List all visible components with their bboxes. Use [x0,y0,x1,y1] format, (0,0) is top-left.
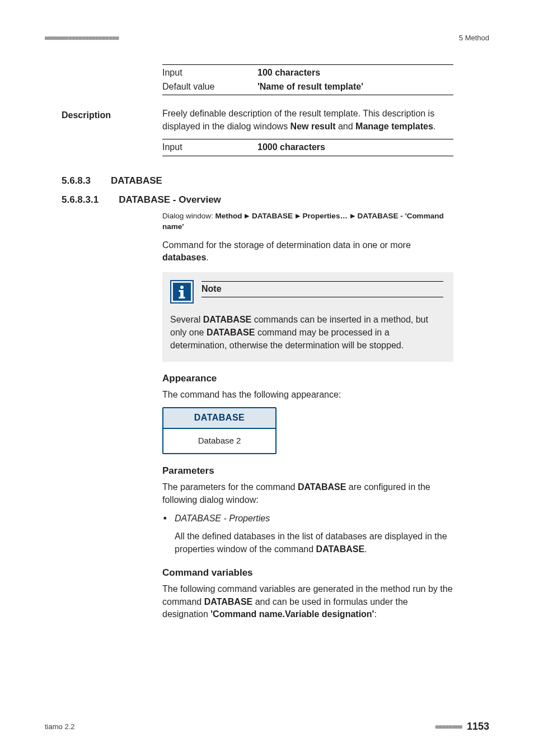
database-command-card: DATABASE Database 2 [162,407,277,454]
input-label: Input [162,67,257,80]
input-value: 100 characters [257,67,453,80]
command-variables-body: The following command variables are gene… [162,583,453,621]
breadcrumb-sep-icon: ▶ [350,212,355,219]
command-variables-heading: Command variables [162,566,453,580]
footer-ornament: ■■■■■■■■ [435,724,462,730]
command-description-text: Command for the storage of determination… [162,239,453,264]
section-number: 5.6.8.3.1 [62,193,99,207]
note-callout: Note Several DATABASE commands can be in… [162,272,453,362]
section-number: 5.6.8.3 [62,174,91,188]
svg-point-2 [180,286,184,289]
parameters-list: DATABASE - Properties [162,512,453,525]
page-footer: tiamo 2.2 ■■■■■■■■ 1153 [45,721,489,732]
breadcrumb-sep-icon: ▶ [295,212,301,219]
param-item-title: DATABASE - Properties [175,514,270,523]
svg-rect-5 [179,297,185,298]
parameters-heading: Parameters [162,464,453,478]
input-defaults-table: Input 100 characters Default value 'Name… [162,64,453,95]
section-title: DATABASE - Overview [119,193,453,207]
database-card-body: Database 2 [163,429,275,453]
section-heading-5-6-8-3-1: 5.6.8.3.1 DATABASE - Overview [62,193,453,207]
description-side-heading: Description [62,110,111,120]
dialog-window-breadcrumb: Dialog window: Method ▶ DATABASE ▶ Prope… [162,211,453,232]
page-header: ■■■■■■■■■■■■■■■■■■■■■■ 5 Method [45,34,489,42]
table-row: Input 1000 characters [162,141,453,155]
input-value: 1000 characters [257,141,453,154]
description-input-table: Input 1000 characters [162,139,453,156]
note-title: Note [202,281,443,297]
header-ornament-left: ■■■■■■■■■■■■■■■■■■■■■■ [45,35,119,41]
breadcrumb-sep-icon: ▶ [244,212,250,219]
table-row: Input 100 characters [162,66,453,80]
appearance-text: The command has the following appearance… [162,389,453,402]
svg-rect-4 [179,290,182,292]
description-text: Freely definable description of the resu… [162,108,453,133]
default-value-value: 'Name of result template' [257,81,453,94]
main-content: Input 100 characters Default value 'Name… [162,64,453,621]
input-label: Input [162,141,257,154]
appearance-heading: Appearance [162,372,453,385]
section-title: DATABASE [111,174,453,188]
note-body: Several DATABASE commands can be inserte… [170,314,443,352]
database-card-title: DATABASE [163,408,275,429]
page-number: 1153 [467,721,489,732]
list-item: DATABASE - Properties [162,512,453,525]
table-row: Default value 'Name of result template' [162,80,453,94]
footer-product-label: tiamo 2.2 [45,722,74,731]
parameters-lead: The parameters for the command DATABASE … [162,481,453,506]
default-value-label: Default value [162,81,257,94]
info-icon [170,280,194,304]
param-item-body: All the defined databases in the list of… [162,530,453,556]
section-heading-5-6-8-3: 5.6.8.3 DATABASE [62,174,453,188]
header-section-label: 5 Method [459,34,489,42]
